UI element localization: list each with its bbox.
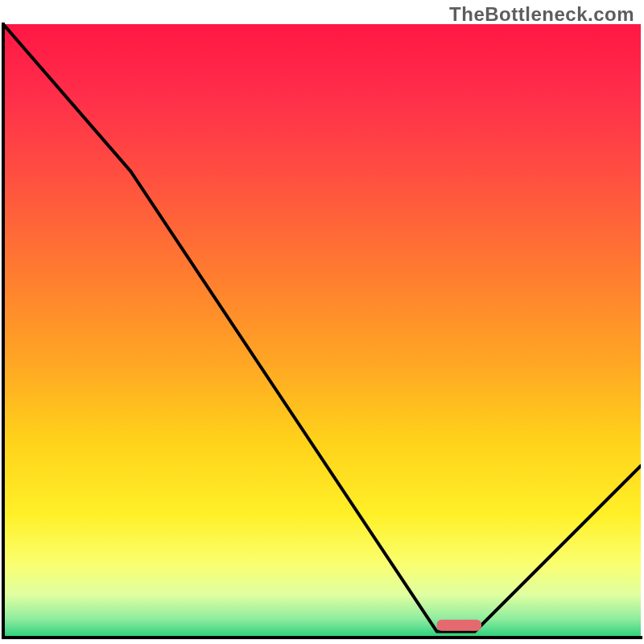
watermark-text: TheBottleneck.com — [449, 3, 634, 26]
optimal-marker — [437, 620, 481, 631]
gradient-background — [3, 24, 641, 638]
bottleneck-chart — [0, 0, 644, 644]
chart-container: TheBottleneck.com — [0, 0, 644, 644]
